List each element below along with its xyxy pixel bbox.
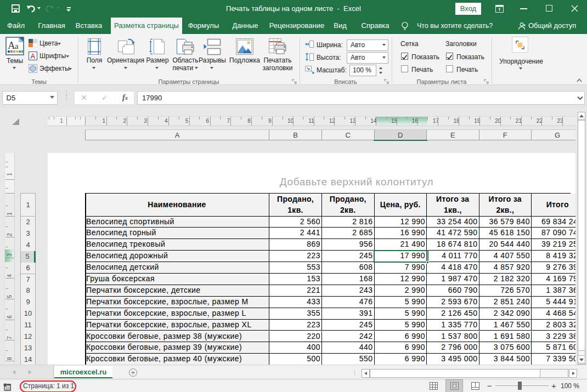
svg-text:A: A: [8, 39, 15, 51]
svg-text:A: A: [31, 52, 36, 60]
svg-text:a: a: [15, 42, 19, 50]
